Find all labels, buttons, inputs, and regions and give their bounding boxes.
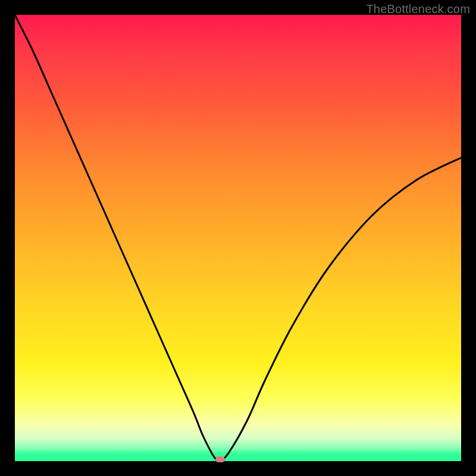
min-marker: [215, 456, 225, 462]
curve-path: [15, 15, 461, 462]
chart-plot-area: [15, 15, 461, 461]
bottleneck-curve: [15, 15, 461, 461]
watermark-text: TheBottleneck.com: [366, 2, 470, 16]
